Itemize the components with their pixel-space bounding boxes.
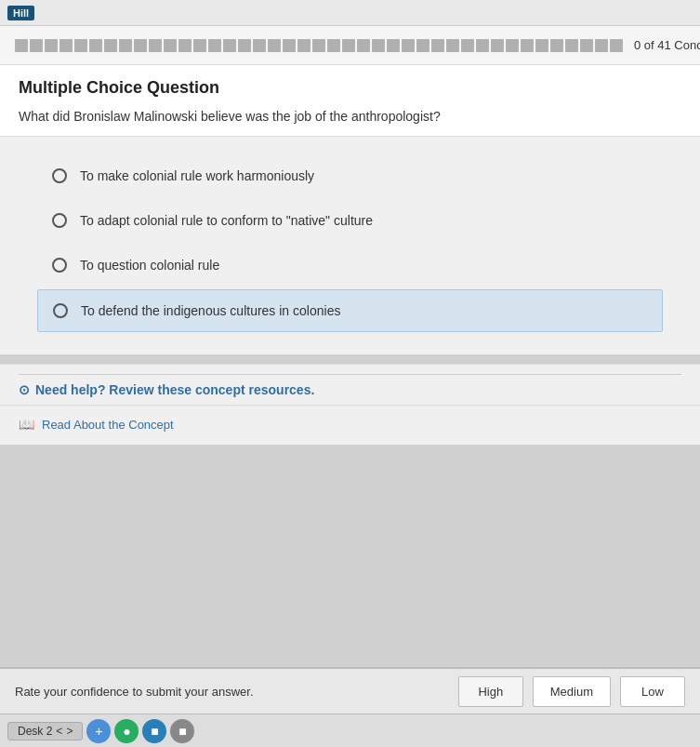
progress-segment: [580, 39, 593, 52]
progress-segment: [491, 39, 504, 52]
top-bar: Hill: [0, 0, 700, 26]
progress-segment: [208, 39, 221, 52]
radio-b: [52, 213, 67, 228]
progress-bar-container: 0 of 41 Concepts completed i: [0, 26, 700, 65]
progress-segment: [268, 39, 281, 52]
radio-d: [53, 303, 68, 318]
progress-segment: [193, 39, 206, 52]
help-toggle-label: Need help? Review these concept resource…: [35, 382, 314, 397]
progress-segment: [238, 39, 251, 52]
confidence-label: Rate your confidence to submit your answ…: [15, 685, 449, 699]
answer-text-b: To adapt colonial rule to conform to "na…: [80, 213, 373, 228]
question-title: Multiple Choice Question: [19, 78, 681, 98]
hill-badge: Hill: [7, 6, 34, 20]
taskbar-btn-plus[interactable]: +: [86, 719, 111, 743]
progress-segment: [223, 39, 236, 52]
progress-segment: [283, 39, 296, 52]
radio-c: [52, 258, 67, 273]
prev-icon[interactable]: <: [56, 725, 62, 738]
progress-segment: [610, 39, 623, 52]
radio-a: [52, 168, 67, 183]
question-text: What did Bronislaw Malinowski believe wa…: [19, 107, 681, 127]
progress-segment: [74, 39, 87, 52]
high-button[interactable]: High: [458, 676, 523, 707]
answer-option-a[interactable]: To make colonial rule work harmoniously: [37, 155, 663, 196]
progress-segment: [446, 39, 459, 52]
progress-segment: [431, 39, 444, 52]
progress-segment: [297, 39, 310, 52]
progress-segment: [89, 39, 102, 52]
progress-segment: [550, 39, 563, 52]
progress-segment: [253, 39, 266, 52]
progress-segment: [535, 39, 548, 52]
progress-segment: [416, 39, 429, 52]
progress-segment: [119, 39, 132, 52]
help-toggle[interactable]: ⊙ Need help? Review these concept resour…: [19, 382, 681, 397]
progress-segment: [565, 39, 578, 52]
progress-segment: [461, 39, 474, 52]
answer-text-d: To defend the indigenous cultures in col…: [81, 303, 340, 318]
progress-segment: [327, 39, 340, 52]
answer-text-c: To question colonial rule: [80, 258, 219, 273]
progress-segment: [59, 39, 73, 52]
taskbar-btn-blue[interactable]: ■: [142, 719, 166, 743]
progress-segment: [30, 39, 43, 52]
read-concept-label: Read About the Concept: [42, 418, 174, 432]
help-section: ⊙ Need help? Review these concept resour…: [0, 364, 700, 445]
taskbar-btn-circle[interactable]: ●: [114, 719, 139, 743]
progress-segment: [104, 39, 117, 52]
question-header: Multiple Choice Question What did Bronis…: [0, 65, 700, 137]
progress-segment: [506, 39, 519, 52]
chevron-down-icon: ⊙: [19, 382, 30, 397]
progress-segment: [164, 39, 177, 52]
answer-option-d[interactable]: To defend the indigenous cultures in col…: [37, 289, 663, 332]
progress-segment: [149, 39, 162, 52]
confidence-bar: Rate your confidence to submit your answ…: [0, 667, 700, 714]
book-icon: 📖: [19, 417, 34, 432]
progress-segment: [15, 39, 28, 52]
next-icon[interactable]: >: [66, 725, 73, 738]
progress-segment: [178, 39, 192, 52]
progress-segment: [357, 39, 370, 52]
progress-bar-track: [15, 39, 623, 52]
answer-option-c[interactable]: To question colonial rule: [37, 245, 663, 286]
taskbar: Desk 2 < > + ● ■ ■: [0, 714, 700, 747]
progress-segment: [476, 39, 489, 52]
progress-segment: [372, 39, 385, 52]
progress-text: 0 of 41 Concepts completed: [634, 38, 700, 52]
taskbar-btn-gray[interactable]: ■: [170, 719, 194, 743]
desk-label: Desk 2: [18, 725, 52, 738]
progress-segment: [342, 39, 355, 52]
low-button[interactable]: Low: [620, 676, 685, 707]
answers-section: To make colonial rule work harmoniously …: [0, 137, 700, 354]
answer-option-b[interactable]: To adapt colonial rule to conform to "na…: [37, 200, 663, 241]
progress-segment: [134, 39, 147, 52]
progress-segment: [387, 39, 400, 52]
progress-segment: [402, 39, 415, 52]
read-concept-link[interactable]: 📖 Read About the Concept: [19, 413, 681, 435]
progress-segment: [521, 39, 534, 52]
progress-segment: [595, 39, 608, 52]
medium-button[interactable]: Medium: [533, 676, 611, 707]
desk-item[interactable]: Desk 2 < >: [7, 722, 83, 740]
answer-text-a: To make colonial rule work harmoniously: [80, 168, 314, 183]
progress-segment: [45, 39, 58, 52]
progress-segment: [312, 39, 325, 52]
